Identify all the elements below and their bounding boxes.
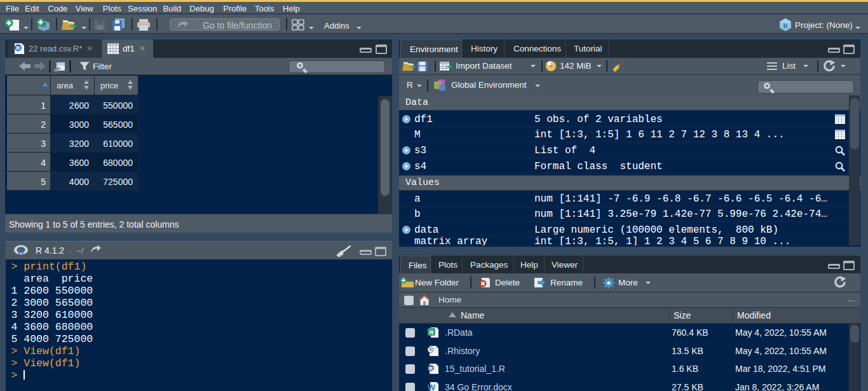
svg-text:R: R	[430, 329, 434, 336]
svg-text:R: R	[783, 22, 788, 29]
svg-text:W: W	[428, 383, 436, 391]
svg-text:R: R	[18, 247, 24, 256]
svg-text:R: R	[429, 366, 433, 372]
svg-text:R: R	[16, 45, 20, 51]
